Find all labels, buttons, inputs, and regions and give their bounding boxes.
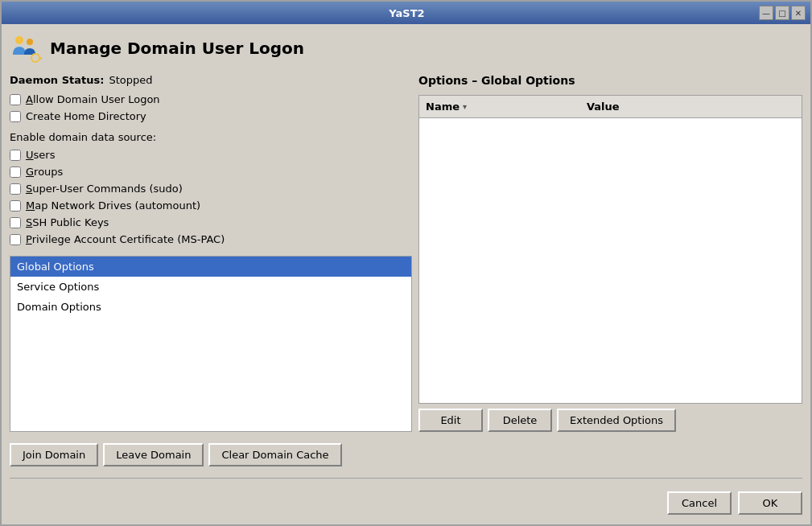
mspac-checkbox[interactable] xyxy=(10,234,21,245)
allow-domain-label: Allow Domain User Logon xyxy=(26,93,160,105)
extended-options-button[interactable]: Extended Options xyxy=(557,409,676,432)
create-home-row: Create Home Directory xyxy=(10,109,412,123)
content-area: Manage Domain User Logon Daemon Status: … xyxy=(2,24,810,524)
col-name-header[interactable]: Name ▾ xyxy=(419,99,580,114)
daemon-status-row: Daemon Status: Stopped xyxy=(10,74,412,86)
nav-item-global-options[interactable]: Global Options xyxy=(10,257,411,277)
nav-item-domain-options[interactable]: Domain Options xyxy=(10,297,411,317)
titlebar: YaST2 — □ ✕ xyxy=(2,2,810,24)
sudo-label: Super-User Commands (sudo) xyxy=(26,183,183,195)
options-table-header: Name ▾ Value xyxy=(419,96,802,118)
create-home-label: Create Home Directory xyxy=(26,110,146,122)
left-panel: Daemon Status: Stopped Allow Domain User… xyxy=(10,74,412,432)
window-controls: — □ ✕ xyxy=(759,6,806,20)
allow-domain-checkbox[interactable] xyxy=(10,94,21,105)
sudo-row: Super-User Commands (sudo) xyxy=(10,182,412,195)
leave-domain-button[interactable]: Leave Domain xyxy=(103,443,204,466)
users-row: Users xyxy=(10,148,412,162)
right-panel: Options – Global Options Name ▾ Value xyxy=(418,74,802,432)
groups-row: Groups xyxy=(10,165,412,179)
dialog-header: Manage Domain User Logon xyxy=(10,32,802,64)
daemon-status-value: Stopped xyxy=(109,74,152,86)
col-value-header[interactable]: Value xyxy=(580,99,802,114)
nav-list: Global Options Service Options Domain Op… xyxy=(10,256,412,432)
main-area: Daemon Status: Stopped Allow Domain User… xyxy=(10,74,802,432)
logon-icon xyxy=(10,32,42,64)
col-sort-arrow: ▾ xyxy=(463,102,467,111)
svg-point-1 xyxy=(27,39,33,45)
cancel-button[interactable]: Cancel xyxy=(667,491,732,515)
allow-domain-row: Allow Domain User Logon xyxy=(10,92,412,106)
footer-separator xyxy=(10,478,802,479)
bottom-buttons: Join Domain Leave Domain Clear Domain Ca… xyxy=(10,438,802,468)
options-table: Name ▾ Value xyxy=(418,95,802,404)
options-panel-title: Options – Global Options xyxy=(418,74,802,87)
groups-checkbox[interactable] xyxy=(10,166,21,178)
maximize-button[interactable]: □ xyxy=(775,6,789,20)
automount-label: Map Network Drives (automount) xyxy=(26,199,200,212)
clear-cache-button[interactable]: Clear Domain Cache xyxy=(208,443,341,466)
create-home-checkbox[interactable] xyxy=(10,111,21,122)
left-action-buttons: Join Domain Leave Domain Clear Domain Ca… xyxy=(10,443,342,466)
ssh-label: SSH Public Keys xyxy=(26,216,109,228)
ssh-checkbox[interactable] xyxy=(10,217,21,228)
ssh-row: SSH Public Keys xyxy=(10,216,412,229)
automount-row: Map Network Drives (automount) xyxy=(10,199,412,212)
dialog-title: Manage Domain User Logon xyxy=(50,39,304,58)
ok-button[interactable]: OK xyxy=(738,491,802,515)
footer-buttons: Cancel OK xyxy=(10,488,802,516)
right-action-buttons: Edit Delete Extended Options xyxy=(418,409,802,432)
minimize-button[interactable]: — xyxy=(759,6,773,20)
mspac-row: Privilege Account Certificate (MS-PAC) xyxy=(10,232,412,246)
mspac-label: Privilege Account Certificate (MS-PAC) xyxy=(26,233,225,245)
delete-button[interactable]: Delete xyxy=(488,409,552,432)
users-label: Users xyxy=(26,149,55,161)
edit-button[interactable]: Edit xyxy=(418,409,483,432)
nav-item-service-options[interactable]: Service Options xyxy=(10,277,411,297)
svg-point-2 xyxy=(31,54,39,62)
main-window: YaST2 — □ ✕ Manage Domain xyxy=(0,0,812,526)
join-domain-button[interactable]: Join Domain xyxy=(10,443,98,466)
users-checkbox[interactable] xyxy=(10,150,21,161)
window-title: YaST2 xyxy=(55,7,759,19)
close-button[interactable]: ✕ xyxy=(791,6,806,20)
daemon-status-label: Daemon Status: xyxy=(10,74,104,86)
automount-checkbox[interactable] xyxy=(10,200,21,212)
options-table-body xyxy=(419,118,802,403)
groups-label: Groups xyxy=(26,166,63,178)
svg-point-0 xyxy=(15,36,23,44)
sudo-checkbox[interactable] xyxy=(10,183,21,195)
data-source-label: Enable domain data source: xyxy=(10,131,412,143)
